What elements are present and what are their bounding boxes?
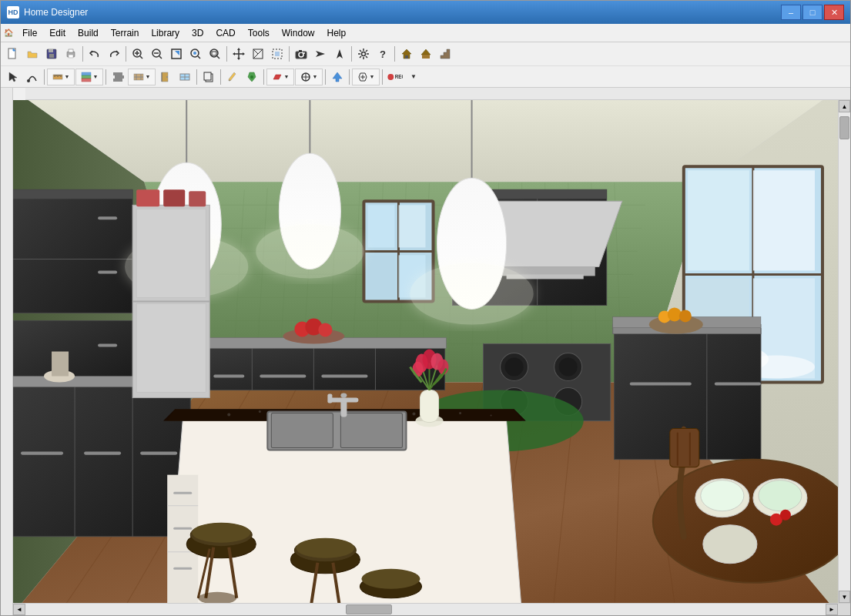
maximize-button[interactable]: □ <box>802 5 823 20</box>
canvas-area[interactable] <box>13 100 838 603</box>
scrollbar-right-button[interactable]: ► <box>826 604 838 615</box>
svg-rect-143 <box>98 216 117 219</box>
svg-rect-262 <box>163 189 185 206</box>
camera-button[interactable] <box>292 45 310 63</box>
scrollbar-thumb-v[interactable] <box>839 116 849 139</box>
svg-rect-147 <box>98 343 117 346</box>
toolbar-container: ? ▼ <box>1 42 850 88</box>
save-button[interactable] <box>42 45 61 63</box>
rec-button[interactable]: REC <box>385 68 404 86</box>
separator-r2-6 <box>325 69 326 85</box>
door-button[interactable] <box>156 68 175 86</box>
select-tool-button[interactable] <box>4 68 22 86</box>
ruler-dropdown[interactable]: ▼ <box>47 69 75 85</box>
menu-build[interactable]: Build <box>72 24 105 42</box>
menu-cad[interactable]: CAD <box>209 24 241 42</box>
main-area: ▲ ▼ ◄ ► <box>1 88 850 615</box>
svg-rect-176 <box>21 452 63 455</box>
new-button[interactable] <box>4 45 22 63</box>
scrollbar-vertical[interactable]: ▲ ▼ <box>838 100 850 603</box>
svg-marker-23 <box>237 48 240 50</box>
brush-button[interactable] <box>243 68 261 86</box>
erase-dropdown[interactable]: ▼ <box>266 69 294 85</box>
svg-rect-213 <box>271 413 333 448</box>
rec-dropdown[interactable]: ▼ <box>404 68 423 86</box>
svg-rect-272 <box>670 429 699 467</box>
settings-button[interactable] <box>354 45 373 63</box>
svg-line-18 <box>198 56 200 59</box>
scrollbar-up-button[interactable]: ▲ <box>839 100 850 112</box>
fill-window-button[interactable] <box>167 45 186 63</box>
window-tool-button[interactable] <box>176 68 194 86</box>
menu-edit[interactable]: Edit <box>43 24 72 42</box>
svg-rect-52 <box>82 72 91 75</box>
zoom-out-button[interactable] <box>148 45 166 63</box>
menu-help[interactable]: Help <box>320 24 352 42</box>
svg-point-210 <box>459 412 461 414</box>
stairs-button[interactable] <box>436 45 454 63</box>
scrollbar-track-h[interactable] <box>25 604 826 615</box>
svg-marker-74 <box>273 75 281 79</box>
house-button[interactable] <box>397 45 416 63</box>
zoom-in2-button[interactable] <box>186 45 205 63</box>
close-button[interactable]: ✕ <box>824 5 844 20</box>
open-button[interactable] <box>23 45 42 63</box>
svg-rect-7 <box>69 55 73 58</box>
arrow-right-button[interactable] <box>311 45 330 63</box>
svg-rect-15 <box>172 49 181 59</box>
svg-point-245 <box>361 569 420 589</box>
menu-tools[interactable]: Tools <box>242 24 276 42</box>
svg-marker-38 <box>337 49 343 59</box>
svg-rect-43 <box>422 55 430 59</box>
svg-marker-24 <box>237 58 240 60</box>
main-window: HD Home Designer – □ ✕ 🏠 File Edit Build… <box>0 0 851 616</box>
scrollbar-down-button[interactable]: ▼ <box>839 591 850 603</box>
app-icon: HD <box>7 6 19 18</box>
arrow-up-button[interactable] <box>330 45 349 63</box>
scrollbar-thumb-h[interactable] <box>346 604 392 614</box>
svg-point-218 <box>340 393 347 398</box>
roof-button[interactable] <box>417 45 435 63</box>
separator-r2-1 <box>44 69 45 85</box>
pan-button[interactable] <box>230 45 248 63</box>
arc-tool-button[interactable] <box>23 68 42 86</box>
svg-rect-261 <box>136 189 159 206</box>
menu-file[interactable]: File <box>16 24 43 42</box>
snap-dropdown[interactable]: ▼ <box>352 69 380 85</box>
menu-3d[interactable]: 3D <box>186 24 209 42</box>
wireframe-button[interactable] <box>249 45 267 63</box>
print-button[interactable] <box>62 45 80 63</box>
svg-rect-57 <box>113 79 122 82</box>
svg-point-39 <box>362 52 366 56</box>
select-area-button[interactable] <box>268 45 286 63</box>
svg-point-206 <box>259 410 261 413</box>
minimize-button[interactable]: – <box>781 5 801 20</box>
menu-library[interactable]: Library <box>145 24 186 42</box>
help-question-button[interactable]: ? <box>374 45 392 63</box>
transform-dropdown[interactable]: ▼ <box>295 69 323 85</box>
svg-rect-217 <box>327 394 332 403</box>
svg-rect-55 <box>113 72 122 75</box>
pencil-button[interactable] <box>223 68 242 86</box>
zoom-out2-button[interactable] <box>206 45 224 63</box>
up-arrow-button[interactable] <box>328 68 347 86</box>
svg-point-209 <box>412 413 415 416</box>
separator-r2-7 <box>349 69 350 85</box>
copy-tool-button[interactable] <box>199 68 218 86</box>
menu-terrain[interactable]: Terrain <box>105 24 146 42</box>
scrollbar-left-button[interactable]: ◄ <box>13 604 25 615</box>
redo-button[interactable] <box>105 45 123 63</box>
zoom-in-button[interactable] <box>129 45 147 63</box>
svg-rect-181 <box>52 352 69 377</box>
undo-button[interactable] <box>85 45 104 63</box>
wall-type-dropdown[interactable]: ▼ <box>128 69 156 85</box>
layer-dropdown[interactable]: ▼ <box>75 69 103 85</box>
svg-rect-144 <box>98 270 117 273</box>
menu-bar: 🏠 File Edit Build Terrain Library 3D CAD… <box>1 24 850 42</box>
wall-tool-button[interactable] <box>109 68 127 86</box>
scrollbar-track-v[interactable] <box>839 112 850 591</box>
svg-rect-182 <box>206 343 444 390</box>
svg-point-205 <box>227 413 230 417</box>
svg-point-82 <box>387 74 394 80</box>
menu-window[interactable]: Window <box>276 24 321 42</box>
